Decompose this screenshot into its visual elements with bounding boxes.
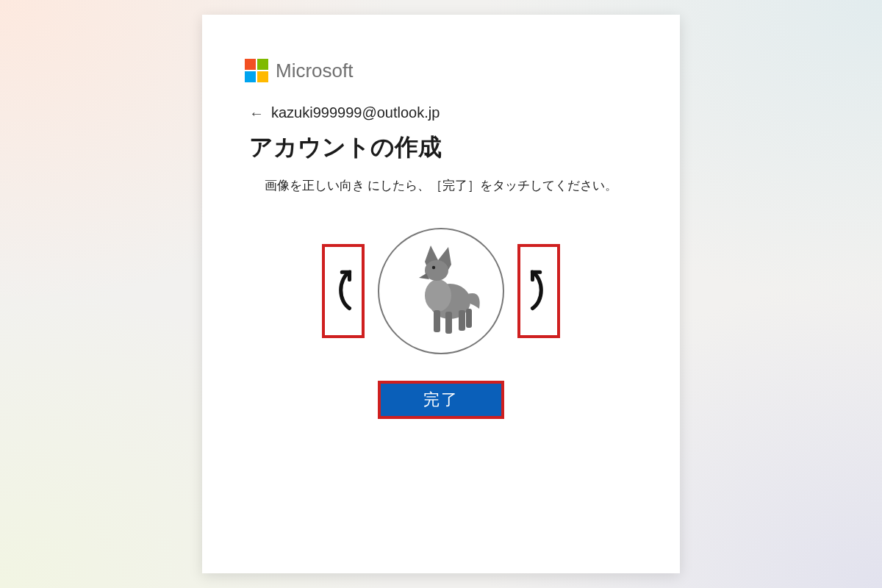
svg-rect-7 bbox=[466, 309, 472, 328]
captcha-footer-icons bbox=[578, 481, 628, 500]
svg-rect-5 bbox=[445, 312, 452, 334]
brand-name: Microsoft bbox=[276, 60, 353, 82]
microsoft-logo-icon bbox=[245, 59, 268, 82]
captcha-fox-image bbox=[397, 238, 485, 344]
svg-rect-4 bbox=[434, 310, 440, 332]
arrow-left-icon[interactable]: ← bbox=[249, 106, 264, 121]
captcha-image-circle bbox=[378, 228, 504, 354]
svg-point-1 bbox=[425, 279, 451, 312]
rotate-clockwise-icon bbox=[331, 264, 356, 318]
signup-card: Microsoft ← kazuki999999@outlook.jp アカウン… bbox=[202, 15, 680, 573]
captcha-row bbox=[245, 228, 637, 354]
captcha-instruction: 画像を正しい向き にしたら、［完了］をタッチしてください。 bbox=[252, 177, 630, 194]
email-row: ← kazuki999999@outlook.jp bbox=[249, 104, 637, 121]
refresh-captcha-button[interactable] bbox=[578, 481, 598, 500]
done-button-label: 完了 bbox=[423, 389, 459, 411]
rotate-clockwise-button[interactable] bbox=[322, 244, 365, 338]
audio-captcha-button[interactable] bbox=[609, 481, 628, 500]
rotate-counterclockwise-icon bbox=[526, 264, 551, 318]
account-email: kazuki999999@outlook.jp bbox=[271, 104, 440, 121]
page-title: アカウントの作成 bbox=[249, 132, 637, 164]
brand-row: Microsoft bbox=[245, 59, 637, 82]
rotate-counterclockwise-button[interactable] bbox=[517, 244, 560, 338]
svg-point-3 bbox=[432, 266, 435, 269]
done-button-row: 完了 bbox=[245, 381, 637, 419]
svg-rect-6 bbox=[459, 310, 465, 331]
done-button[interactable]: 完了 bbox=[378, 381, 504, 419]
